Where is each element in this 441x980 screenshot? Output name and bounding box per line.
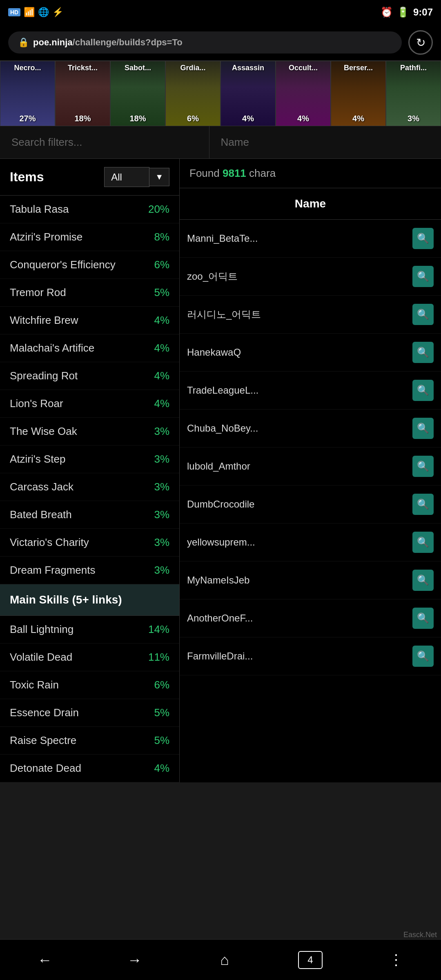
class-pct-berserker: 4% [331, 114, 385, 123]
lock-icon: 🔒 [18, 37, 29, 48]
player-search-button[interactable]: 🔍 [412, 570, 434, 591]
player-name: lubold_Amthor [187, 461, 412, 472]
item-pct: 3% [154, 536, 169, 549]
player-row: AnotherOneF... 🔍 [180, 599, 441, 637]
player-row: lubold_Amthor 🔍 [180, 448, 441, 486]
player-search-button[interactable]: 🔍 [412, 266, 434, 287]
menu-button[interactable]: ⋮ [380, 948, 412, 972]
item-name: Malachai's Artifice [10, 342, 94, 354]
item-row[interactable]: Dream Fragments 3% [0, 557, 179, 584]
player-search-button[interactable]: 🔍 [412, 342, 434, 363]
search-filters-input[interactable] [0, 126, 209, 158]
class-item-trickster[interactable]: Trickst... 18% [55, 61, 110, 126]
item-row[interactable]: Bated Breath 3% [0, 501, 179, 529]
item-row[interactable]: Witchfire Brew 4% [0, 307, 179, 334]
bottom-nav: ← → ⌂ 4 ⋮ [0, 939, 441, 980]
item-name: The Wise Oak [10, 425, 77, 438]
player-search-button[interactable]: 🔍 [412, 646, 434, 667]
class-item-assassin[interactable]: Assassin 4% [220, 61, 276, 126]
forward-button[interactable]: → [118, 948, 151, 972]
skill-row[interactable]: Volatile Dead 11% [0, 644, 179, 671]
item-row[interactable]: Lion's Roar 4% [0, 390, 179, 418]
item-row[interactable]: Conqueror's Efficiency 6% [0, 251, 179, 279]
main-skills-list: Ball Lightning 14% Volatile Dead 11% Tox… [0, 616, 179, 782]
skill-name: Detonate Dead [10, 762, 81, 775]
class-item-necro[interactable]: Necro... 27% [0, 61, 55, 126]
items-header: Items All Unique Gem Flask ▼ [0, 159, 179, 196]
alarm-icon: ⏰ [381, 7, 393, 18]
items-title: Items [10, 169, 44, 185]
player-search-button[interactable]: 🔍 [412, 532, 434, 553]
player-row: 러시디노_어딕트 🔍 [180, 296, 441, 334]
player-search-button[interactable]: 🔍 [412, 380, 434, 401]
classes-banner: Necro... 27% Trickst... 18% Sabot... 18%… [0, 61, 441, 126]
item-name: Tabula Rasa [10, 203, 69, 216]
player-row: MyNameIsJeb 🔍 [180, 561, 441, 599]
item-pct: 5% [154, 286, 169, 299]
player-name: HanekawaQ [187, 347, 412, 358]
player-search-button[interactable]: 🔍 [412, 608, 434, 629]
player-name: DumbCrocodile [187, 499, 412, 510]
class-pct-saboteur: 18% [111, 114, 165, 123]
skill-pct: 14% [148, 623, 169, 636]
class-item-saboteur[interactable]: Sabot... 18% [110, 61, 165, 126]
item-row[interactable]: Atziri's Promise 8% [0, 223, 179, 251]
item-row[interactable]: Atziri's Step 3% [0, 445, 179, 473]
player-row: TradeLeagueL... 🔍 [180, 372, 441, 410]
found-bar: Found 9811 chara [180, 159, 441, 188]
skill-row[interactable]: Toxic Rain 6% [0, 671, 179, 699]
items-dropdown[interactable]: All Unique Gem Flask ▼ [104, 167, 169, 187]
class-label-necro: Necro... [0, 64, 55, 72]
skill-row[interactable]: Essence Drain 5% [0, 699, 179, 727]
player-row: zoo_어딕트 🔍 [180, 258, 441, 296]
name-search-input[interactable] [209, 126, 441, 158]
class-item-occultist[interactable]: Occult... 4% [276, 61, 331, 126]
skill-row[interactable]: Ball Lightning 14% [0, 616, 179, 644]
item-row[interactable]: Tremor Rod 5% [0, 279, 179, 307]
item-row[interactable]: Tabula Rasa 20% [0, 196, 179, 223]
main-skills-header: Main Skills (5+ links) [0, 584, 179, 616]
tabs-button[interactable]: 4 [298, 951, 323, 969]
back-button[interactable]: ← [29, 948, 61, 972]
class-label-assassin: Assassin [221, 64, 275, 72]
player-search-button[interactable]: 🔍 [412, 304, 434, 325]
player-search-button[interactable]: 🔍 [412, 456, 434, 477]
item-row[interactable]: Carcass Jack 3% [0, 473, 179, 501]
player-search-button[interactable]: 🔍 [412, 494, 434, 515]
skill-row[interactable]: Raise Spectre 5% [0, 727, 179, 755]
refresh-button[interactable]: ↻ [408, 30, 433, 55]
item-row[interactable]: Victario's Charity 3% [0, 529, 179, 557]
item-name: Witchfire Brew [10, 314, 78, 327]
item-pct: 4% [154, 397, 169, 410]
left-panel: Items All Unique Gem Flask ▼ Tabula Rasa… [0, 159, 180, 782]
class-item-guardian[interactable]: Grdia... 6% [165, 61, 220, 126]
address-box[interactable]: 🔒 poe.ninja/challenge/builds?dps=To [8, 31, 402, 53]
skill-pct: 11% [148, 651, 169, 664]
home-button[interactable]: ⌂ [208, 948, 241, 972]
item-pct: 3% [154, 481, 169, 493]
player-name: FarmvilleDrai... [187, 650, 412, 662]
item-pct: 20% [148, 203, 169, 216]
item-row[interactable]: Malachai's Artifice 4% [0, 334, 179, 362]
item-row[interactable]: The Wise Oak 3% [0, 418, 179, 445]
class-item-pathfinder[interactable]: Pathfi... 3% [386, 61, 441, 126]
class-label-guardian: Grdia... [166, 64, 220, 72]
item-name: Dream Fragments [10, 564, 96, 577]
search-input-wrap [0, 126, 209, 158]
skill-pct: 6% [154, 679, 169, 691]
skill-row[interactable]: Detonate Dead 4% [0, 755, 179, 782]
player-search-button[interactable]: 🔍 [412, 418, 434, 439]
class-pct-assassin: 4% [221, 114, 275, 123]
player-search-button[interactable]: 🔍 [412, 228, 434, 249]
item-name: Atziri's Step [10, 453, 65, 466]
wifi-icon: 🌐 [38, 7, 49, 18]
class-pct-necro: 27% [0, 114, 55, 123]
item-row[interactable]: Spreading Rot 4% [0, 362, 179, 390]
class-pct-guardian: 6% [166, 114, 220, 123]
status-left: HD 📶 🌐 ⚡ [8, 7, 63, 18]
player-row: yellowsuprem... 🔍 [180, 523, 441, 561]
class-item-berserker[interactable]: Berser... 4% [331, 61, 386, 126]
items-filter-select[interactable]: All Unique Gem Flask [104, 167, 149, 187]
skill-name: Essence Drain [10, 706, 79, 719]
player-row: FarmvilleDrai... 🔍 [180, 637, 441, 675]
